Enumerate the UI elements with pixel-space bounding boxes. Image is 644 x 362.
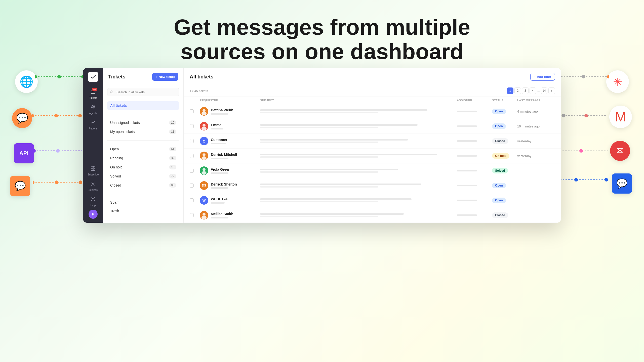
requester-sub — [211, 187, 228, 189]
requester-info: DS Derrick Shelton — [200, 181, 260, 190]
nav-spam[interactable]: Spam — [107, 198, 179, 207]
divider-3 — [107, 194, 179, 194]
tickets-panel-title: Tickets — [108, 74, 126, 80]
page-2-btn[interactable]: 2 — [514, 87, 521, 94]
unassigned-label: Unassigned tickets — [110, 121, 140, 125]
row-checkbox[interactable] — [190, 154, 194, 158]
subject-col — [260, 169, 457, 173]
table-row[interactable]: Emma Open 10 minutes ago — [184, 119, 561, 134]
requester-info: Bettina Webb — [200, 107, 260, 116]
row-checkbox[interactable] — [190, 213, 194, 217]
assignee-col — [457, 185, 492, 186]
subject-bar — [260, 184, 421, 185]
sidebar-item-subscribe[interactable]: Subscribe — [88, 164, 99, 178]
last-message: 4 minutes ago — [517, 110, 555, 113]
open-label: Open — [110, 147, 119, 151]
svg-rect-35 — [93, 166, 95, 168]
table-row[interactable]: Bettina Webb Open 4 minutes ago — [184, 104, 561, 119]
subject-bar-2 — [260, 156, 378, 158]
status-badge: Open — [492, 109, 506, 114]
add-filter-button[interactable]: + Add filter — [530, 73, 555, 81]
assignee-col — [457, 111, 492, 112]
svg-point-43 — [203, 109, 206, 112]
requester-info: Derrick Mitchell — [200, 152, 260, 160]
nav-unassigned[interactable]: Unassigned tickets 19 — [107, 118, 179, 127]
globe-icon-float: 🌐 — [15, 70, 38, 93]
nav-all-tickets[interactable]: All tickets — [107, 101, 179, 110]
last-message: yesterday — [517, 154, 555, 158]
svg-point-44 — [202, 112, 207, 115]
row-checkbox[interactable] — [190, 109, 194, 113]
row-checkbox[interactable] — [190, 198, 194, 202]
requester-sub — [211, 128, 223, 129]
subject-col — [260, 154, 457, 158]
requester-info: Viola Greer — [200, 166, 260, 175]
assignee-bar — [457, 214, 477, 216]
new-ticket-button[interactable]: + New ticket — [152, 73, 178, 81]
row-checkbox[interactable] — [190, 124, 194, 128]
avatar: W — [200, 196, 208, 205]
row-checkbox[interactable] — [190, 184, 194, 188]
nav-on-hold[interactable]: On hold 13 — [107, 163, 179, 172]
chat-icon-float: 💬 — [12, 108, 32, 128]
user-avatar[interactable]: P — [89, 210, 98, 219]
gmail-icon: M — [615, 109, 626, 124]
svg-point-21 — [584, 114, 588, 117]
row-checkbox[interactable] — [190, 139, 194, 143]
svg-point-28 — [605, 178, 608, 182]
table-row[interactable]: Derrick Mitchell On hold yesterday — [184, 149, 561, 163]
table-row[interactable]: DS Derrick Shelton Open — [184, 178, 561, 193]
sidebar-item-settings[interactable]: Settings — [88, 179, 99, 193]
svg-point-27 — [574, 178, 578, 182]
search-input[interactable] — [107, 88, 179, 96]
status-badge: Open — [492, 123, 506, 129]
page-3-btn[interactable]: 3 — [522, 87, 529, 94]
svg-point-32 — [92, 106, 93, 107]
requester-name: Bettina Webb — [211, 108, 233, 112]
status-col: Solved — [492, 168, 517, 173]
on-hold-count: 13 — [169, 165, 176, 169]
svg-line-42 — [112, 93, 113, 93]
main-title: All tickets — [190, 74, 213, 80]
requester-sub — [211, 143, 226, 144]
assignee-col — [457, 200, 492, 201]
asterisk-icon: ✳ — [613, 75, 622, 88]
tickets-panel: Tickets + New ticket All tickets Unassig… — [103, 68, 184, 223]
nav-closed[interactable]: Closed 88 — [107, 181, 179, 190]
sidebar-item-agents[interactable]: Agents — [83, 102, 103, 117]
row-checkbox[interactable] — [190, 169, 194, 173]
status-col: Open — [492, 123, 517, 129]
svg-point-46 — [202, 127, 207, 130]
subject-bar-2 — [260, 171, 378, 173]
subject-bar — [260, 213, 404, 215]
subject-col — [260, 198, 457, 202]
svg-point-14 — [79, 180, 82, 184]
page-14-btn[interactable]: 14 — [541, 87, 547, 94]
table-row[interactable]: Mellisa Smith Closed — [184, 208, 561, 223]
svg-point-6 — [54, 114, 58, 117]
requester-name: Derrick Shelton — [211, 182, 237, 186]
page-4-btn[interactable]: 4 — [530, 87, 536, 94]
my-open-count: 11 — [169, 129, 176, 134]
next-page-btn[interactable]: › — [548, 87, 555, 94]
table-row[interactable]: W WEBET24 Open — [184, 193, 561, 208]
sidebar: 99+ Tickets Agents Reports Subscribe — [83, 68, 103, 223]
nav-pending[interactable]: Pending 32 — [107, 154, 179, 163]
solved-label: Solved — [110, 174, 121, 178]
assignee-col — [457, 214, 492, 216]
status-badge: Open — [492, 198, 506, 203]
table-row[interactable]: C Customer Closed yesterday — [184, 134, 561, 149]
sidebar-item-reports[interactable]: Reports — [83, 118, 103, 132]
nav-my-open[interactable]: My open tickets 11 — [107, 127, 179, 136]
pagination: 1 2 3 4 ... 14 › — [507, 87, 555, 94]
nav-trash[interactable]: Trash — [107, 207, 179, 215]
subject-bar-2 — [260, 142, 378, 143]
sidebar-item-tickets[interactable]: 99+ Tickets — [83, 87, 103, 101]
nav-solved[interactable]: Solved 79 — [107, 172, 179, 181]
chat3-icon-float: 💬 — [612, 173, 632, 194]
chat3-icon: 💬 — [616, 178, 628, 189]
page-1-btn[interactable]: 1 — [507, 87, 513, 94]
table-row[interactable]: Viola Greer Solved — [184, 163, 561, 178]
nav-open[interactable]: Open 61 — [107, 145, 179, 154]
sidebar-item-help[interactable]: Help — [88, 194, 99, 209]
